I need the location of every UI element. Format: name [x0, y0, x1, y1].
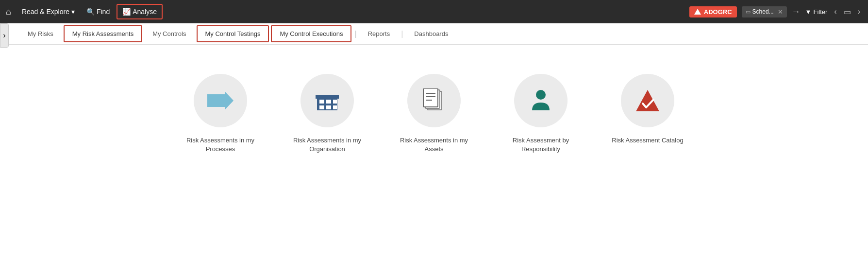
nav-find[interactable]: 🔍 Find — [82, 5, 115, 18]
tab-my-controls[interactable]: My Controls — [144, 26, 194, 42]
schedule-label: Sched... — [752, 8, 774, 15]
svg-rect-8 — [333, 105, 337, 109]
tab-divider-1: | — [354, 30, 356, 38]
tab-reports[interactable]: Reports — [360, 26, 399, 42]
tile-responsibility-icon-circle — [514, 74, 568, 127]
tile-responsibility-label: Risk Assessment byResponsibility — [513, 136, 569, 154]
schedule-close-icon[interactable]: ✕ — [778, 8, 783, 16]
nav-analyse[interactable]: 📈 Analyse — [117, 4, 163, 19]
tile-catalog-icon-circle — [621, 74, 674, 127]
tile-responsibility[interactable]: Risk Assessment byResponsibility — [502, 74, 580, 154]
nav-find-label: Find — [97, 8, 110, 16]
tile-catalog[interactable]: Risk Assessment Catalog — [609, 74, 686, 145]
tile-organisation-label: Risk Assessments in myOrganisation — [293, 136, 361, 154]
adogrc-label: ADOGRC — [704, 8, 732, 16]
home-icon[interactable]: ⌂ — [6, 7, 11, 17]
tab-divider-2: | — [401, 30, 403, 38]
svg-rect-7 — [326, 105, 331, 109]
person-icon — [530, 89, 551, 112]
catalog-checkmark-icon — [635, 89, 660, 112]
adogrc-badge: ADOGRC — [689, 6, 737, 17]
navbar-left: ⌂ Read & Explore ▾ 🔍 Find 📈 Analyse — [6, 4, 689, 19]
navbar-right: ADOGRC ▭ Sched... ✕ → ▼ Filter ‹ ▭ › — [689, 5, 862, 18]
sidebar-toggle-icon: › — [3, 31, 5, 40]
tile-assets[interactable]: Risk Assessments in myAssets — [395, 74, 473, 154]
tile-organisation[interactable]: Risk Assessments in myOrganisation — [288, 74, 366, 154]
tab-my-risk-assessments[interactable]: My Risk Assessments — [64, 25, 142, 42]
tile-processes-label: Risk Assessments in myProcesses — [186, 136, 254, 154]
nav-prev-icon[interactable]: ‹ — [832, 5, 838, 18]
tab-my-risks[interactable]: My Risks — [19, 26, 62, 42]
search-icon: 🔍 — [86, 8, 95, 16]
tab-my-control-executions[interactable]: My Control Executions — [271, 25, 351, 42]
svg-point-15 — [536, 90, 546, 100]
chevron-down-icon: ▾ — [71, 8, 75, 16]
svg-rect-11 — [423, 88, 438, 107]
svg-rect-2 — [316, 95, 339, 99]
documents-icon — [422, 88, 446, 113]
building-icon — [316, 91, 339, 110]
filter-label: Filter — [813, 8, 827, 16]
svg-marker-0 — [207, 91, 234, 110]
tile-organisation-icon-circle — [300, 74, 354, 127]
tab-bar: My Risks My Risk Assessments My Controls… — [0, 23, 868, 45]
filter-button[interactable]: ▼ Filter — [805, 8, 828, 16]
tab-dashboards[interactable]: Dashboards — [406, 26, 456, 42]
main-content: My Risks My Risk Assessments My Controls… — [0, 23, 868, 278]
tile-catalog-label: Risk Assessment Catalog — [612, 136, 683, 145]
tiles-area: Risk Assessments in myProcesses Risk Ass… — [0, 45, 868, 278]
tile-assets-label: Risk Assessments in myAssets — [400, 136, 468, 154]
tab-my-control-testings[interactable]: My Control Testings — [197, 25, 269, 42]
schedule-icon: ▭ — [746, 9, 751, 15]
schedule-chip[interactable]: ▭ Sched... ✕ — [742, 6, 787, 17]
svg-rect-6 — [319, 105, 324, 109]
sidebar-toggle[interactable]: › — [0, 23, 9, 48]
nav-analyse-label: Analyse — [133, 8, 157, 16]
nav-read-explore[interactable]: Read & Explore ▾ — [17, 5, 80, 18]
svg-rect-3 — [319, 100, 324, 104]
arrow-right-icon: → — [792, 7, 801, 17]
window-restore-icon[interactable]: ▭ — [844, 7, 851, 17]
svg-rect-5 — [333, 100, 337, 104]
nav-next-icon[interactable]: › — [856, 5, 862, 18]
svg-rect-4 — [326, 100, 331, 104]
navbar: ⌂ Read & Explore ▾ 🔍 Find 📈 Analyse ADOG… — [0, 0, 868, 23]
nav-read-explore-label: Read & Explore — [22, 8, 69, 16]
filter-icon: ▼ — [805, 8, 812, 16]
arrow-right-shape-icon — [207, 91, 234, 110]
tile-assets-icon-circle — [407, 74, 461, 127]
svg-marker-16 — [636, 90, 659, 111]
tile-processes-icon-circle — [194, 74, 247, 127]
tile-processes[interactable]: Risk Assessments in myProcesses — [182, 74, 259, 154]
analyse-chart-icon: 📈 — [122, 8, 131, 16]
warning-triangle-icon — [694, 9, 701, 15]
